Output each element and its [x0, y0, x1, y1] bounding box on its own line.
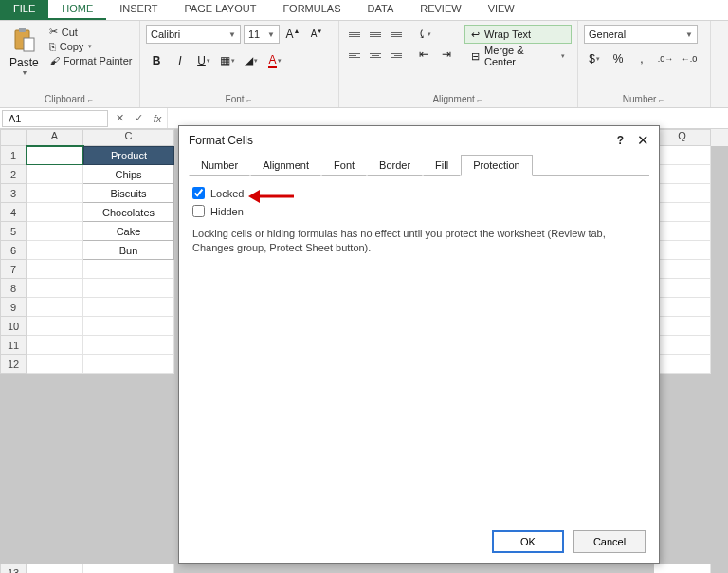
- dialog-tab-protection[interactable]: Protection: [461, 155, 533, 176]
- cut-button[interactable]: ✂ Cut: [46, 25, 136, 39]
- tab-insert[interactable]: INSERT: [106, 0, 171, 20]
- insert-function-button[interactable]: fx: [148, 113, 167, 124]
- format-painter-button[interactable]: 🖌 Format Painter: [46, 54, 136, 67]
- row-header[interactable]: 9: [0, 298, 27, 317]
- cell[interactable]: Cake: [83, 222, 174, 241]
- cell[interactable]: [27, 279, 83, 298]
- font-name-combo[interactable]: Calibri ▼: [146, 25, 241, 44]
- wrap-text-button[interactable]: ↩ Wrap Text: [464, 25, 572, 44]
- col-header-c[interactable]: C: [83, 129, 174, 146]
- tab-file[interactable]: FILE: [0, 0, 48, 20]
- help-button[interactable]: ?: [617, 134, 624, 147]
- percent-button[interactable]: %: [608, 49, 628, 68]
- row-header[interactable]: 2: [0, 165, 27, 184]
- cell[interactable]: [27, 336, 83, 355]
- tab-formulas[interactable]: FORMULAS: [269, 0, 354, 20]
- row-header[interactable]: 3: [0, 184, 27, 203]
- row-header[interactable]: 7: [0, 260, 27, 279]
- cell[interactable]: [83, 279, 174, 298]
- cell[interactable]: [83, 336, 174, 355]
- dialog-launcher-icon[interactable]: ⌐: [656, 95, 665, 104]
- cell[interactable]: [654, 184, 711, 203]
- dialog-launcher-icon[interactable]: ⌐: [88, 95, 95, 104]
- row-header[interactable]: 4: [0, 203, 27, 222]
- cell[interactable]: [27, 260, 83, 279]
- dialog-tab-number[interactable]: Number: [189, 155, 250, 176]
- cell[interactable]: [654, 146, 711, 165]
- copy-button[interactable]: ⎘ Copy ▾: [46, 40, 136, 53]
- cell[interactable]: [654, 222, 711, 241]
- cell[interactable]: [83, 355, 174, 374]
- font-color-button[interactable]: A▾: [264, 51, 285, 70]
- cell[interactable]: [654, 260, 711, 279]
- row-header[interactable]: 10: [0, 317, 27, 336]
- select-all-corner[interactable]: [0, 129, 27, 146]
- cell[interactable]: [654, 203, 711, 222]
- decrease-indent-button[interactable]: ⇤: [413, 45, 434, 64]
- tab-view[interactable]: VIEW: [475, 0, 528, 20]
- number-format-combo[interactable]: General ▼: [584, 25, 698, 44]
- row-header[interactable]: 11: [0, 336, 27, 355]
- borders-button[interactable]: ▦▾: [217, 51, 238, 70]
- tab-page-layout[interactable]: PAGE LAYOUT: [171, 0, 269, 20]
- increase-font-button[interactable]: A▲: [282, 25, 303, 44]
- col-header-a[interactable]: A: [27, 129, 83, 146]
- increase-decimal-button[interactable]: .0→: [655, 49, 676, 68]
- tab-home[interactable]: HOME: [48, 0, 106, 20]
- fill-color-button[interactable]: ◢▾: [241, 51, 262, 70]
- decrease-decimal-button[interactable]: ←.0: [679, 49, 700, 68]
- name-box[interactable]: A1: [2, 110, 108, 127]
- underline-button[interactable]: U▾: [193, 51, 214, 70]
- align-middle-button[interactable]: [366, 25, 385, 44]
- cell[interactable]: [83, 298, 174, 317]
- cell[interactable]: [654, 355, 711, 374]
- ok-button[interactable]: OK: [492, 530, 564, 553]
- cell[interactable]: [27, 203, 83, 222]
- cell[interactable]: [83, 260, 174, 279]
- cell[interactable]: Chips: [83, 165, 174, 184]
- cell[interactable]: [27, 184, 83, 203]
- cell[interactable]: [83, 317, 174, 336]
- comma-button[interactable]: ,: [631, 49, 652, 68]
- row-header[interactable]: 1: [0, 146, 27, 165]
- increase-indent-button[interactable]: ⇥: [436, 45, 457, 64]
- align-center-button[interactable]: [366, 46, 385, 65]
- align-left-button[interactable]: [345, 46, 364, 65]
- cell[interactable]: [27, 564, 83, 573]
- cell[interactable]: [654, 336, 711, 355]
- align-bottom-button[interactable]: [387, 25, 406, 44]
- bold-button[interactable]: B: [146, 51, 167, 70]
- dialog-launcher-icon[interactable]: ⌐: [245, 95, 254, 104]
- cancel-button[interactable]: Cancel: [573, 530, 646, 553]
- cell[interactable]: [654, 279, 711, 298]
- align-top-button[interactable]: [345, 25, 364, 44]
- row-header[interactable]: 5: [0, 222, 27, 241]
- cell[interactable]: [654, 317, 711, 336]
- col-header-q[interactable]: Q: [654, 129, 711, 146]
- hidden-checkbox[interactable]: [192, 205, 205, 217]
- cell[interactable]: Product: [83, 146, 174, 165]
- cell[interactable]: [654, 564, 711, 573]
- tab-data[interactable]: DATA: [355, 0, 408, 20]
- align-right-button[interactable]: [387, 46, 406, 65]
- cell[interactable]: [654, 241, 711, 260]
- dialog-tab-fill[interactable]: Fill: [423, 155, 461, 176]
- accounting-format-button[interactable]: $▾: [584, 49, 605, 68]
- cell[interactable]: [27, 355, 83, 374]
- row-header[interactable]: 8: [0, 279, 27, 298]
- cell[interactable]: Chocolates: [83, 203, 174, 222]
- row-header[interactable]: 12: [0, 355, 27, 374]
- orientation-button[interactable]: ⤹▾: [413, 25, 434, 44]
- locked-checkbox[interactable]: [192, 187, 205, 199]
- cell[interactable]: [27, 146, 83, 165]
- cell[interactable]: [27, 165, 83, 184]
- decrease-font-button[interactable]: A▼: [306, 25, 327, 44]
- cell[interactable]: [27, 241, 83, 260]
- dialog-tab-border[interactable]: Border: [367, 155, 423, 176]
- dialog-launcher-icon[interactable]: ⌐: [475, 95, 484, 104]
- row-header[interactable]: 6: [0, 241, 27, 260]
- close-button[interactable]: ✕: [637, 132, 649, 149]
- tab-review[interactable]: REVIEW: [407, 0, 474, 20]
- cell[interactable]: [83, 564, 174, 573]
- cell[interactable]: [27, 298, 83, 317]
